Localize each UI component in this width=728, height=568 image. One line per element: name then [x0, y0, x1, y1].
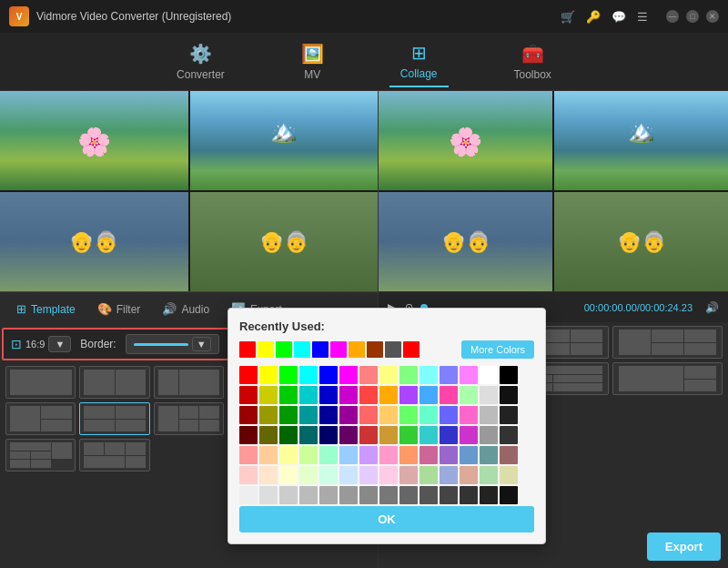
- color-swatch-6-6[interactable]: [359, 486, 378, 504]
- color-swatch-2-13[interactable]: [500, 406, 518, 424]
- color-swatch-5-8[interactable]: [399, 466, 418, 484]
- color-swatch-1-3[interactable]: [299, 386, 318, 404]
- color-swatch-1-5[interactable]: [339, 386, 358, 404]
- color-swatch-0-0[interactable]: [239, 366, 258, 384]
- template-thumb-7[interactable]: [79, 402, 149, 435]
- color-swatch-5-7[interactable]: [379, 466, 398, 484]
- color-swatch-0-8[interactable]: [399, 366, 418, 384]
- color-swatch-1-4[interactable]: [319, 386, 338, 404]
- tab-template[interactable]: ⊞ Template: [7, 299, 85, 320]
- color-swatch-3-0[interactable]: [239, 426, 258, 444]
- color-swatch-5-13[interactable]: [500, 466, 518, 484]
- color-swatch-2-2[interactable]: [279, 406, 298, 424]
- color-swatch-4-5[interactable]: [339, 446, 358, 464]
- color-swatch-3-2[interactable]: [279, 426, 298, 444]
- color-swatch-4-13[interactable]: [500, 446, 518, 464]
- color-swatch-2-1[interactable]: [259, 406, 278, 424]
- color-swatch-2-11[interactable]: [460, 406, 478, 424]
- color-swatch-1-1[interactable]: [259, 386, 278, 404]
- color-swatch-0-11[interactable]: [460, 366, 478, 384]
- color-swatch-2-12[interactable]: [480, 406, 498, 424]
- color-swatch-5-2[interactable]: [279, 466, 298, 484]
- color-swatch-3-4[interactable]: [319, 426, 338, 444]
- template-thumb-3[interactable]: [154, 366, 224, 399]
- template-thumb-11[interactable]: [5, 439, 76, 472]
- color-swatch-4-1[interactable]: [259, 446, 278, 464]
- ru-swatch-7[interactable]: [349, 341, 365, 358]
- ru-swatch-1[interactable]: [239, 341, 256, 358]
- color-swatch-2-0[interactable]: [239, 406, 258, 424]
- color-swatch-5-1[interactable]: [259, 466, 278, 484]
- volume-icon[interactable]: 🔊: [705, 301, 719, 314]
- color-swatch-5-3[interactable]: [299, 466, 318, 484]
- color-swatch-1-10[interactable]: [440, 386, 458, 404]
- color-swatch-6-2[interactable]: [279, 486, 298, 504]
- color-swatch-3-5[interactable]: [339, 426, 358, 444]
- color-swatch-1-12[interactable]: [480, 386, 498, 404]
- color-swatch-5-0[interactable]: [239, 466, 258, 484]
- template-thumb-6[interactable]: [5, 402, 76, 435]
- nav-mv[interactable]: 🖼️ MV: [290, 37, 335, 86]
- tab-audio[interactable]: 🔊 Audio: [153, 299, 218, 320]
- ru-swatch-3[interactable]: [276, 341, 292, 358]
- nav-collage[interactable]: ⊞ Collage: [389, 36, 449, 87]
- color-swatch-0-10[interactable]: [440, 366, 458, 384]
- right-template-3[interactable]: [612, 326, 723, 359]
- color-swatch-3-9[interactable]: [420, 426, 438, 444]
- color-swatch-0-4[interactable]: [319, 366, 338, 384]
- color-swatch-4-3[interactable]: [299, 446, 318, 464]
- chat-icon[interactable]: 💬: [612, 10, 626, 24]
- ru-swatch-9[interactable]: [385, 341, 401, 358]
- minimize-button[interactable]: —: [666, 10, 679, 23]
- color-swatch-2-4[interactable]: [319, 406, 338, 424]
- color-swatch-2-6[interactable]: [359, 406, 378, 424]
- color-swatch-1-11[interactable]: [460, 386, 478, 404]
- color-swatch-6-7[interactable]: [379, 486, 398, 504]
- tab-filter[interactable]: 🎨 Filter: [88, 299, 150, 320]
- color-swatch-4-4[interactable]: [319, 446, 338, 464]
- color-swatch-1-8[interactable]: [399, 386, 418, 404]
- ru-swatch-10[interactable]: [403, 341, 420, 358]
- template-thumb-2[interactable]: [79, 366, 149, 399]
- nav-converter[interactable]: ⚙️ Converter: [166, 37, 236, 86]
- color-swatch-6-13[interactable]: [500, 486, 518, 504]
- color-swatch-4-0[interactable]: [239, 446, 258, 464]
- color-swatch-4-12[interactable]: [480, 446, 498, 464]
- color-swatch-0-7[interactable]: [379, 366, 398, 384]
- color-swatch-2-10[interactable]: [440, 406, 458, 424]
- color-swatch-3-12[interactable]: [480, 426, 498, 444]
- color-swatch-4-7[interactable]: [379, 446, 398, 464]
- nav-toolbox[interactable]: 🧰 Toolbox: [503, 37, 562, 86]
- color-swatch-5-4[interactable]: [319, 466, 338, 484]
- color-swatch-1-13[interactable]: [500, 386, 518, 404]
- color-swatch-0-6[interactable]: [359, 366, 378, 384]
- color-swatch-6-11[interactable]: [460, 486, 478, 504]
- color-swatch-0-12[interactable]: [480, 366, 498, 384]
- color-swatch-2-9[interactable]: [420, 406, 438, 424]
- ok-button[interactable]: OK: [239, 506, 534, 532]
- color-swatch-0-9[interactable]: [420, 366, 438, 384]
- color-swatch-3-7[interactable]: [379, 426, 398, 444]
- color-swatch-1-9[interactable]: [420, 386, 438, 404]
- color-swatch-6-4[interactable]: [319, 486, 338, 504]
- color-swatch-0-3[interactable]: [299, 366, 318, 384]
- color-swatch-2-3[interactable]: [299, 406, 318, 424]
- template-thumb-8[interactable]: [154, 402, 224, 435]
- color-swatch-2-8[interactable]: [399, 406, 418, 424]
- color-swatch-5-9[interactable]: [420, 466, 438, 484]
- color-swatch-4-11[interactable]: [460, 446, 478, 464]
- color-swatch-0-1[interactable]: [259, 366, 278, 384]
- color-swatch-5-10[interactable]: [440, 466, 458, 484]
- export-button[interactable]: Export: [647, 532, 721, 561]
- more-colors-button[interactable]: More Colors: [461, 340, 534, 359]
- color-swatch-4-6[interactable]: [359, 446, 378, 464]
- color-swatch-1-6[interactable]: [359, 386, 378, 404]
- color-swatch-5-12[interactable]: [480, 466, 498, 484]
- color-swatch-5-11[interactable]: [460, 466, 478, 484]
- right-template-6[interactable]: [612, 362, 723, 395]
- color-swatch-1-2[interactable]: [279, 386, 298, 404]
- color-swatch-3-3[interactable]: [299, 426, 318, 444]
- color-swatch-3-6[interactable]: [359, 426, 378, 444]
- color-swatch-1-0[interactable]: [239, 386, 258, 404]
- color-swatch-1-7[interactable]: [379, 386, 398, 404]
